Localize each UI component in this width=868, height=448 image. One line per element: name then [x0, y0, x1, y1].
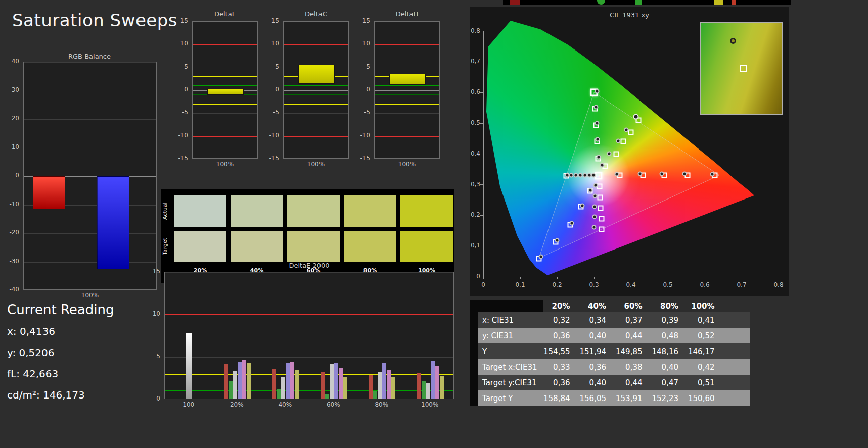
- actual-swatch: [400, 195, 453, 227]
- y-tick-label: 0: [470, 273, 480, 280]
- current-reading-line: cd/m²: 146,173: [7, 389, 114, 401]
- row-label: Target x:CIE31: [478, 359, 543, 375]
- table-filler: [724, 328, 750, 343]
- table-cell: 0,40: [579, 375, 616, 390]
- clipped-icon[interactable]: [714, 0, 723, 5]
- y-tick-mark: [480, 62, 483, 62]
- gridline: [375, 22, 439, 22]
- current-reading-line: y: 0,5206: [7, 346, 114, 359]
- row-label: Y: [478, 343, 543, 359]
- table-cell: 0,51: [688, 375, 724, 390]
- actual-swatch: [344, 195, 396, 227]
- target-square-marker: [595, 172, 603, 179]
- y-tick-label: 20: [2, 115, 21, 122]
- y-tick-label: 0,7: [470, 58, 480, 65]
- y-tick-label: 5: [178, 63, 190, 70]
- measurement-dot-marker: [607, 151, 611, 156]
- gridline: [24, 62, 156, 63]
- table-filler: [724, 312, 750, 328]
- measurement-dot-marker: [592, 215, 597, 219]
- measurement-dot-marker: [574, 173, 578, 178]
- y-tick-label: 0,1: [470, 242, 480, 249]
- reference-line: [284, 104, 348, 105]
- violet-bar: [334, 363, 338, 399]
- table-cell: 0,42: [688, 359, 724, 375]
- y-tick-label: 30: [2, 86, 21, 93]
- gridline: [375, 113, 439, 114]
- plot-area: [374, 21, 440, 159]
- x-tick-label: 0,1: [512, 281, 528, 288]
- gray-bar: [233, 371, 237, 399]
- measurement-dot-marker: [570, 221, 574, 225]
- y-tick-label: 0,2: [470, 211, 480, 218]
- target-square-marker: [740, 65, 747, 72]
- gray-bar: [330, 364, 334, 399]
- y-tick-label: -40: [2, 286, 21, 293]
- table-corner-cell: [478, 300, 543, 312]
- target-swatch: [287, 231, 340, 262]
- current-reading-line: fL: 42,663: [7, 368, 114, 380]
- olive-bar: [295, 370, 299, 399]
- clipped-icon[interactable]: [732, 0, 736, 5]
- column-header: 100%: [688, 300, 724, 312]
- red-bar: [33, 176, 65, 209]
- target-square-marker: [598, 205, 604, 211]
- clipped-icon[interactable]: [635, 0, 642, 5]
- table-filler: [724, 359, 750, 375]
- y-tick-label: 10: [149, 310, 162, 317]
- y-tick-label: -15: [178, 155, 190, 162]
- cie-zoom-inset: [700, 22, 783, 115]
- clipped-toolbar: [503, 0, 791, 5]
- gridline: [165, 357, 453, 358]
- reference-line: [165, 314, 453, 315]
- y-tick-label: -10: [269, 132, 281, 139]
- table-cell: 152,23: [652, 390, 688, 406]
- current-reading: Current Reading x: 0,4136 y: 0,5206 fL: …: [7, 302, 114, 410]
- x-tick-label: 0,7: [734, 281, 750, 288]
- olive-bar: [247, 363, 251, 399]
- gridline: [193, 68, 257, 68]
- y-tick-label: 0,5: [470, 119, 480, 126]
- y-axis-labels: 151050-5-10-15: [178, 21, 190, 159]
- y-tick-label: -15: [269, 155, 281, 162]
- y-tick-label: -10: [360, 132, 372, 139]
- x-tick-label: 0,6: [697, 281, 713, 288]
- y-tick-label: 0,4: [470, 150, 480, 157]
- reference-line: [375, 104, 439, 105]
- measurement-table: 20%40%60%80%100%x: CIE310,320,340,370,39…: [470, 300, 750, 406]
- table-row: y: CIE310,360,400,440,480,52: [478, 328, 750, 343]
- y-tick-mark: [480, 154, 483, 154]
- current-reading-heading: Current Reading: [7, 302, 114, 317]
- y-axis-labels: 151050: [149, 272, 162, 399]
- gridline: [165, 272, 453, 273]
- y-tick-mark: [480, 215, 483, 216]
- clipped-icon[interactable]: [510, 0, 520, 5]
- x-tick-label: 40%: [270, 401, 300, 408]
- target-swatch: [231, 231, 283, 262]
- table-cell: 0,33: [543, 359, 579, 375]
- measurement-dot-marker: [582, 173, 587, 178]
- violet-bar: [382, 363, 386, 399]
- y-tick-mark: [480, 123, 483, 124]
- y-tick-label: -10: [2, 201, 21, 208]
- table-header-row: 20%40%60%80%100%: [478, 300, 750, 312]
- table-cell: 0,36: [579, 359, 616, 375]
- table-cell: 146,17: [688, 343, 724, 359]
- y-tick-label: 0,3: [470, 181, 480, 188]
- clipped-icon[interactable]: [597, 0, 605, 5]
- y-axis-labels: 151050-5-10-15: [360, 21, 372, 159]
- table-cell: 0,38: [615, 359, 652, 375]
- column-header: 20%: [543, 300, 579, 312]
- delta-bar: [298, 65, 335, 84]
- violet-bar: [431, 361, 435, 399]
- target-swatch: [344, 231, 396, 262]
- table-filler: [724, 300, 750, 312]
- reference-line: [193, 104, 257, 105]
- gridline: [24, 148, 156, 148]
- red-bar: [321, 372, 325, 399]
- row-label: x: CIE31: [478, 312, 543, 328]
- green-bar: [229, 381, 233, 399]
- green-bar: [422, 381, 426, 399]
- table-cell: 0,36: [543, 375, 579, 390]
- table-cell: 148,16: [652, 343, 688, 359]
